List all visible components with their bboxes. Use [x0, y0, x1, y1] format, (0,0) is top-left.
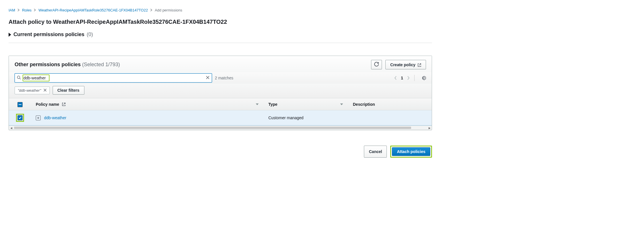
clear-filters-button[interactable]: Clear filters [53, 86, 84, 95]
col-type[interactable]: Type [264, 98, 348, 110]
breadcrumb-link-roles[interactable]: Roles [22, 8, 31, 12]
create-policy-button[interactable]: Create policy [385, 60, 426, 69]
create-policy-label: Create policy [390, 62, 415, 67]
breadcrumb: IAM Roles WeatherAPI-RecipeAppIAMTaskRol… [9, 8, 432, 12]
search-wrapper [15, 73, 212, 83]
caret-right-icon [9, 33, 11, 37]
external-link-icon [62, 102, 66, 106]
scroll-left-icon: ◂ [9, 126, 13, 130]
pager-prev[interactable] [394, 76, 397, 80]
breadcrumb-current: Add permissions [155, 8, 182, 12]
col-description-label: Description [353, 102, 375, 107]
pager-next[interactable] [407, 76, 410, 80]
other-policies-title-text: Other permissions policies [15, 62, 81, 67]
horizontal-scrollbar[interactable]: ◂ ▸ [9, 126, 432, 130]
close-icon [43, 88, 47, 93]
cancel-button[interactable]: Cancel [364, 146, 387, 158]
select-all-header[interactable] [9, 98, 31, 110]
attach-policies-label: Attach policies [397, 149, 425, 154]
clear-filters-label: Clear filters [58, 88, 80, 93]
attach-highlight: Attach policies [390, 146, 432, 158]
cancel-label: Cancel [369, 149, 382, 154]
chevron-right-icon [34, 8, 36, 12]
other-policies-panel: Other permissions policies (Selected 1/7… [9, 56, 432, 130]
external-link-icon [418, 63, 421, 66]
col-policy-name-label: Policy name [36, 102, 59, 107]
refresh-button[interactable] [371, 60, 382, 69]
filter-chip-label: "ddb-weather" [18, 88, 41, 93]
col-description[interactable]: Description [348, 98, 432, 110]
breadcrumb-link-iam[interactable]: IAM [9, 8, 15, 12]
current-policies-count: (0) [87, 32, 93, 38]
chevron-right-icon [150, 8, 152, 12]
attach-policies-button[interactable]: Attach policies [392, 147, 430, 156]
table-row[interactable]: ddb-weather Customer managed [9, 110, 432, 126]
search-input[interactable] [15, 73, 212, 83]
current-policies-label: Current permissions policies [13, 32, 84, 38]
chevron-right-icon [17, 8, 20, 12]
refresh-icon [374, 62, 379, 67]
pager-page: 1 [401, 76, 403, 80]
filter-chip[interactable]: "ddb-weather" [15, 87, 50, 94]
row-checkbox[interactable] [17, 115, 23, 120]
other-policies-title: Other permissions policies (Selected 1/7… [15, 62, 120, 68]
other-policies-subtitle: (Selected 1/793) [82, 62, 120, 67]
svg-point-0 [17, 76, 20, 79]
expand-row-button[interactable] [36, 115, 41, 120]
pager: 1 [394, 76, 410, 80]
policy-link[interactable]: ddb-weather [44, 115, 66, 120]
search-icon [17, 76, 21, 81]
checkbox-highlight [16, 114, 24, 122]
breadcrumb-link-role-name[interactable]: WeatherAPI-RecipeAppIAMTaskRole35276CAE-… [38, 8, 148, 12]
col-type-label: Type [268, 102, 278, 107]
page-title: Attach policy to WeatherAPI-RecipeAppIAM… [9, 19, 432, 25]
settings-button[interactable] [421, 75, 426, 81]
row-type: Customer managed [264, 110, 348, 126]
col-policy-name[interactable]: Policy name [31, 98, 264, 110]
current-policies-toggle[interactable]: Current permissions policies (0) [9, 32, 432, 43]
scroll-right-icon: ▸ [427, 126, 432, 130]
checkbox-indeterminate-icon [17, 102, 23, 107]
policies-table: Policy name Type Description [9, 98, 432, 126]
row-description [348, 110, 432, 126]
scroll-thumb[interactable] [14, 127, 411, 129]
match-count: 2 matches [215, 76, 233, 80]
clear-search-icon[interactable] [206, 76, 210, 81]
